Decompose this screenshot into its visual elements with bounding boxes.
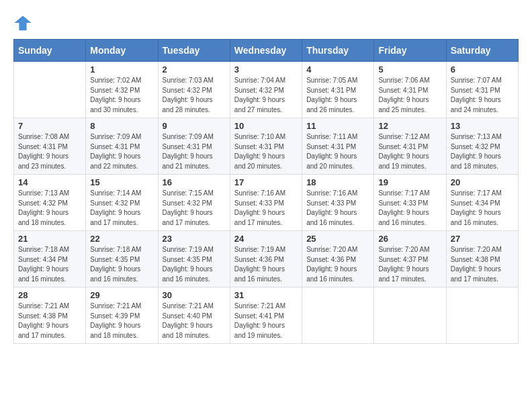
- day-cell: 3 Sunrise: 7:04 AMSunset: 4:32 PMDayligh…: [230, 62, 302, 118]
- day-info: Sunrise: 7:09 AMSunset: 4:31 PMDaylight:…: [90, 132, 153, 171]
- day-number: 16: [163, 177, 226, 187]
- day-cell: 12 Sunrise: 7:12 AMSunset: 4:31 PMDaylig…: [374, 118, 446, 175]
- col-header-wednesday: Wednesday: [230, 40, 302, 62]
- col-header-monday: Monday: [86, 40, 158, 62]
- day-cell: 4 Sunrise: 7:05 AMSunset: 4:31 PMDayligh…: [302, 62, 374, 118]
- day-number: 17: [234, 177, 298, 187]
- week-row-1: 1 Sunrise: 7:02 AMSunset: 4:32 PMDayligh…: [14, 62, 519, 118]
- col-header-thursday: Thursday: [302, 40, 374, 62]
- day-info: Sunrise: 7:09 AMSunset: 4:31 PMDaylight:…: [163, 132, 226, 171]
- day-number: 8: [90, 121, 153, 131]
- day-cell: 28 Sunrise: 7:21 AMSunset: 4:38 PMDaylig…: [14, 287, 86, 344]
- day-cell: 14 Sunrise: 7:13 AMSunset: 4:32 PMDaylig…: [14, 175, 86, 231]
- day-cell: [302, 287, 374, 344]
- day-info: Sunrise: 7:17 AMSunset: 4:33 PMDaylight:…: [378, 189, 441, 228]
- day-info: Sunrise: 7:19 AMSunset: 4:36 PMDaylight:…: [234, 245, 298, 284]
- day-number: 11: [306, 121, 369, 131]
- col-header-saturday: Saturday: [446, 40, 518, 62]
- day-cell: 25 Sunrise: 7:20 AMSunset: 4:36 PMDaylig…: [302, 231, 374, 287]
- day-info: Sunrise: 7:02 AMSunset: 4:32 PMDaylight:…: [90, 76, 153, 115]
- day-number: 23: [163, 234, 226, 244]
- day-number: 31: [234, 290, 298, 300]
- day-number: 4: [306, 64, 369, 75]
- day-info: Sunrise: 7:18 AMSunset: 4:35 PMDaylight:…: [90, 245, 153, 284]
- day-info: Sunrise: 7:20 AMSunset: 4:37 PMDaylight:…: [378, 245, 441, 284]
- logo-icon: [13, 13, 32, 32]
- day-number: 6: [451, 64, 514, 75]
- day-number: 30: [163, 290, 226, 300]
- day-cell: [14, 62, 86, 118]
- day-number: 20: [451, 177, 514, 187]
- col-header-friday: Friday: [374, 40, 446, 62]
- day-info: Sunrise: 7:10 AMSunset: 4:31 PMDaylight:…: [234, 132, 298, 171]
- day-number: 7: [18, 121, 81, 131]
- header: [13, 13, 519, 32]
- day-number: 15: [90, 177, 153, 187]
- day-info: Sunrise: 7:20 AMSunset: 4:38 PMDaylight:…: [451, 245, 514, 284]
- day-number: 14: [18, 177, 81, 187]
- day-cell: 22 Sunrise: 7:18 AMSunset: 4:35 PMDaylig…: [86, 231, 158, 287]
- week-row-4: 21 Sunrise: 7:18 AMSunset: 4:34 PMDaylig…: [14, 231, 519, 287]
- day-cell: 8 Sunrise: 7:09 AMSunset: 4:31 PMDayligh…: [86, 118, 158, 175]
- day-number: 1: [90, 64, 153, 75]
- day-info: Sunrise: 7:14 AMSunset: 4:32 PMDaylight:…: [90, 189, 153, 228]
- day-cell: 15 Sunrise: 7:14 AMSunset: 4:32 PMDaylig…: [86, 175, 158, 231]
- day-info: Sunrise: 7:17 AMSunset: 4:34 PMDaylight:…: [451, 189, 514, 228]
- day-number: 27: [451, 234, 514, 244]
- day-info: Sunrise: 7:18 AMSunset: 4:34 PMDaylight:…: [18, 245, 81, 284]
- day-number: 21: [18, 234, 81, 244]
- day-info: Sunrise: 7:07 AMSunset: 4:31 PMDaylight:…: [451, 76, 514, 115]
- day-cell: 26 Sunrise: 7:20 AMSunset: 4:37 PMDaylig…: [374, 231, 446, 287]
- day-cell: 31 Sunrise: 7:21 AMSunset: 4:41 PMDaylig…: [230, 287, 302, 344]
- day-info: Sunrise: 7:08 AMSunset: 4:31 PMDaylight:…: [18, 132, 81, 171]
- day-cell: 13 Sunrise: 7:13 AMSunset: 4:32 PMDaylig…: [446, 118, 518, 175]
- day-info: Sunrise: 7:21 AMSunset: 4:38 PMDaylight:…: [18, 302, 81, 340]
- day-info: Sunrise: 7:21 AMSunset: 4:41 PMDaylight:…: [234, 302, 298, 340]
- day-number: 19: [378, 177, 441, 187]
- day-number: 18: [306, 177, 369, 187]
- col-header-sunday: Sunday: [14, 40, 86, 62]
- day-cell: 21 Sunrise: 7:18 AMSunset: 4:34 PMDaylig…: [14, 231, 86, 287]
- day-info: Sunrise: 7:16 AMSunset: 4:33 PMDaylight:…: [306, 189, 369, 228]
- day-cell: 7 Sunrise: 7:08 AMSunset: 4:31 PMDayligh…: [14, 118, 86, 175]
- day-info: Sunrise: 7:19 AMSunset: 4:35 PMDaylight:…: [163, 245, 226, 284]
- day-number: 28: [18, 290, 81, 300]
- col-header-tuesday: Tuesday: [158, 40, 230, 62]
- day-cell: 24 Sunrise: 7:19 AMSunset: 4:36 PMDaylig…: [230, 231, 302, 287]
- day-cell: 16 Sunrise: 7:15 AMSunset: 4:32 PMDaylig…: [158, 175, 230, 231]
- week-row-3: 14 Sunrise: 7:13 AMSunset: 4:32 PMDaylig…: [14, 175, 519, 231]
- day-number: 22: [90, 234, 153, 244]
- day-cell: 27 Sunrise: 7:20 AMSunset: 4:38 PMDaylig…: [446, 231, 518, 287]
- day-info: Sunrise: 7:06 AMSunset: 4:31 PMDaylight:…: [378, 76, 441, 115]
- day-number: 26: [378, 234, 441, 244]
- day-info: Sunrise: 7:16 AMSunset: 4:33 PMDaylight:…: [234, 189, 298, 228]
- day-cell: 29 Sunrise: 7:21 AMSunset: 4:39 PMDaylig…: [86, 287, 158, 344]
- day-info: Sunrise: 7:13 AMSunset: 4:32 PMDaylight:…: [451, 132, 514, 171]
- week-row-5: 28 Sunrise: 7:21 AMSunset: 4:38 PMDaylig…: [14, 287, 519, 344]
- day-number: 5: [378, 64, 441, 75]
- day-number: 24: [234, 234, 298, 244]
- day-cell: [446, 287, 518, 344]
- day-cell: 23 Sunrise: 7:19 AMSunset: 4:35 PMDaylig…: [158, 231, 230, 287]
- day-number: 3: [234, 64, 298, 75]
- day-info: Sunrise: 7:20 AMSunset: 4:36 PMDaylight:…: [306, 245, 369, 284]
- day-number: 9: [163, 121, 226, 131]
- day-number: 10: [234, 121, 298, 131]
- day-info: Sunrise: 7:13 AMSunset: 4:32 PMDaylight:…: [18, 189, 81, 228]
- day-cell: 9 Sunrise: 7:09 AMSunset: 4:31 PMDayligh…: [158, 118, 230, 175]
- day-number: 13: [451, 121, 514, 131]
- day-info: Sunrise: 7:15 AMSunset: 4:32 PMDaylight:…: [163, 189, 226, 228]
- day-cell: 17 Sunrise: 7:16 AMSunset: 4:33 PMDaylig…: [230, 175, 302, 231]
- day-cell: 5 Sunrise: 7:06 AMSunset: 4:31 PMDayligh…: [374, 62, 446, 118]
- day-info: Sunrise: 7:21 AMSunset: 4:40 PMDaylight:…: [163, 302, 226, 340]
- day-cell: 6 Sunrise: 7:07 AMSunset: 4:31 PMDayligh…: [446, 62, 518, 118]
- logo: [13, 13, 35, 32]
- day-cell: 18 Sunrise: 7:16 AMSunset: 4:33 PMDaylig…: [302, 175, 374, 231]
- day-number: 12: [378, 121, 441, 131]
- day-info: Sunrise: 7:03 AMSunset: 4:32 PMDaylight:…: [163, 76, 226, 115]
- day-info: Sunrise: 7:11 AMSunset: 4:31 PMDaylight:…: [306, 132, 369, 171]
- day-info: Sunrise: 7:12 AMSunset: 4:31 PMDaylight:…: [378, 132, 441, 171]
- day-cell: 19 Sunrise: 7:17 AMSunset: 4:33 PMDaylig…: [374, 175, 446, 231]
- day-number: 2: [163, 64, 226, 75]
- week-row-2: 7 Sunrise: 7:08 AMSunset: 4:31 PMDayligh…: [14, 118, 519, 175]
